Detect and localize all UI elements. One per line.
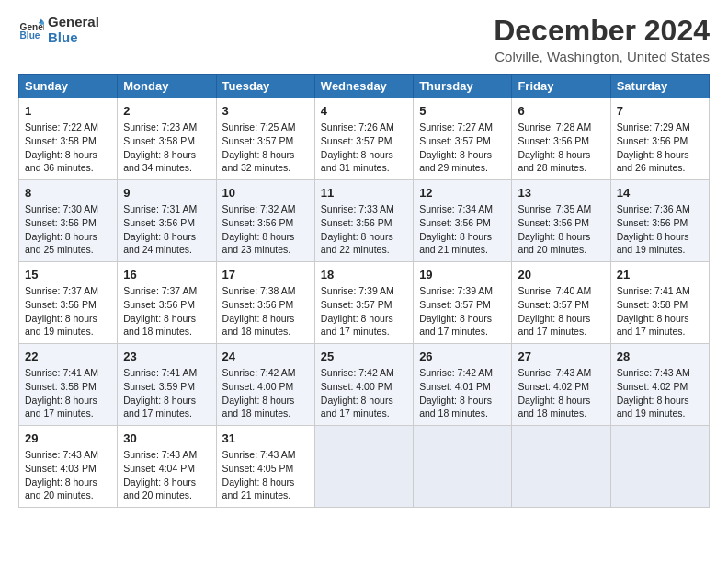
day-number: 26 <box>419 349 506 365</box>
day-cell: 18 Sunrise: 7:39 AM Sunset: 3:57 PM Dayl… <box>314 262 413 344</box>
day-number: 15 <box>25 267 111 283</box>
daylight-label: Daylight: 8 hours and 21 minutes. <box>222 477 295 501</box>
day-cell: 13 Sunrise: 7:35 AM Sunset: 3:56 PM Dayl… <box>512 180 610 262</box>
day-cell: 31 Sunrise: 7:43 AM Sunset: 4:05 PM Dayl… <box>216 425 314 507</box>
day-number: 12 <box>419 185 506 201</box>
col-header-saturday: Saturday <box>610 75 709 98</box>
day-number: 19 <box>419 267 506 283</box>
day-number: 31 <box>222 431 309 447</box>
sunrise-label: Sunrise: 7:43 AM <box>25 449 98 460</box>
day-cell <box>414 425 512 507</box>
daylight-label: Daylight: 8 hours and 17 minutes. <box>617 313 689 338</box>
week-row-5: 29 Sunrise: 7:43 AM Sunset: 4:03 PM Dayl… <box>19 425 710 507</box>
sunset-label: Sunset: 3:56 PM <box>123 299 195 310</box>
day-number: 20 <box>518 267 604 283</box>
sunset-label: Sunset: 3:56 PM <box>617 217 688 228</box>
col-header-sunday: Sunday <box>19 75 118 98</box>
title-block: December 2024 Colville, Washington, Unit… <box>494 15 710 64</box>
sunset-label: Sunset: 3:57 PM <box>419 135 491 146</box>
day-cell: 6 Sunrise: 7:28 AM Sunset: 3:56 PM Dayli… <box>512 98 610 180</box>
day-cell: 15 Sunrise: 7:37 AM Sunset: 3:56 PM Dayl… <box>19 262 118 344</box>
day-cell: 26 Sunrise: 7:42 AM Sunset: 4:01 PM Dayl… <box>414 344 512 426</box>
day-number: 24 <box>222 349 309 365</box>
logo-line2: Blue <box>48 30 99 46</box>
sunset-label: Sunset: 4:02 PM <box>518 381 589 392</box>
daylight-label: Daylight: 8 hours and 31 minutes. <box>321 149 393 174</box>
sunrise-label: Sunrise: 7:43 AM <box>222 449 296 460</box>
day-cell: 1 Sunrise: 7:22 AM Sunset: 3:58 PM Dayli… <box>19 98 118 180</box>
sunset-label: Sunset: 4:05 PM <box>222 463 294 474</box>
day-cell: 7 Sunrise: 7:29 AM Sunset: 3:56 PM Dayli… <box>610 98 709 180</box>
sunset-label: Sunset: 3:56 PM <box>222 217 294 228</box>
sunset-label: Sunset: 3:59 PM <box>123 381 195 392</box>
sunset-label: Sunset: 4:02 PM <box>617 381 688 392</box>
calendar-page: General Blue General Blue December 2024 … <box>0 0 728 563</box>
sunrise-label: Sunrise: 7:41 AM <box>617 285 690 296</box>
daylight-label: Daylight: 8 hours and 17 minutes. <box>123 395 196 419</box>
daylight-label: Daylight: 8 hours and 19 minutes. <box>617 231 689 256</box>
sunset-label: Sunset: 3:58 PM <box>25 381 97 392</box>
sunrise-label: Sunrise: 7:36 AM <box>617 203 690 214</box>
sunrise-label: Sunrise: 7:39 AM <box>419 285 493 296</box>
day-number: 14 <box>617 185 703 201</box>
page-subtitle: Colville, Washington, United States <box>494 49 710 64</box>
sunrise-label: Sunrise: 7:42 AM <box>419 367 493 378</box>
sunset-label: Sunset: 3:56 PM <box>123 217 195 228</box>
day-number: 22 <box>25 349 111 365</box>
sunset-label: Sunset: 3:58 PM <box>617 299 688 310</box>
daylight-label: Daylight: 8 hours and 24 minutes. <box>123 231 196 256</box>
day-number: 7 <box>617 103 703 120</box>
day-cell: 11 Sunrise: 7:33 AM Sunset: 3:56 PM Dayl… <box>314 180 413 262</box>
week-row-2: 8 Sunrise: 7:30 AM Sunset: 3:56 PM Dayli… <box>19 180 710 262</box>
sunrise-label: Sunrise: 7:41 AM <box>25 367 98 378</box>
logo: General Blue General Blue <box>18 15 99 45</box>
sunset-label: Sunset: 3:57 PM <box>321 299 392 310</box>
header-row: SundayMondayTuesdayWednesdayThursdayFrid… <box>19 75 710 98</box>
daylight-label: Daylight: 8 hours and 25 minutes. <box>25 231 97 256</box>
sunrise-label: Sunrise: 7:29 AM <box>617 121 690 132</box>
sunrise-label: Sunrise: 7:43 AM <box>617 367 690 378</box>
daylight-label: Daylight: 8 hours and 20 minutes. <box>518 231 590 256</box>
week-row-1: 1 Sunrise: 7:22 AM Sunset: 3:58 PM Dayli… <box>19 98 710 180</box>
day-number: 6 <box>518 103 604 120</box>
day-number: 10 <box>222 185 309 201</box>
daylight-label: Daylight: 8 hours and 19 minutes. <box>617 395 689 419</box>
col-header-tuesday: Tuesday <box>216 75 314 98</box>
sunset-label: Sunset: 3:56 PM <box>419 217 491 228</box>
daylight-label: Daylight: 8 hours and 20 minutes. <box>123 477 196 501</box>
sunset-label: Sunset: 3:56 PM <box>25 299 97 310</box>
sunset-label: Sunset: 3:58 PM <box>123 135 195 146</box>
day-cell: 19 Sunrise: 7:39 AM Sunset: 3:57 PM Dayl… <box>414 262 512 344</box>
daylight-label: Daylight: 8 hours and 17 minutes. <box>321 313 393 338</box>
day-cell: 29 Sunrise: 7:43 AM Sunset: 4:03 PM Dayl… <box>19 425 118 507</box>
daylight-label: Daylight: 8 hours and 21 minutes. <box>419 231 492 256</box>
day-number: 8 <box>25 185 111 201</box>
daylight-label: Daylight: 8 hours and 17 minutes. <box>518 313 590 338</box>
day-cell: 28 Sunrise: 7:43 AM Sunset: 4:02 PM Dayl… <box>610 344 709 426</box>
sunrise-label: Sunrise: 7:22 AM <box>25 121 98 132</box>
daylight-label: Daylight: 8 hours and 18 minutes. <box>123 313 196 338</box>
daylight-label: Daylight: 8 hours and 20 minutes. <box>25 477 97 501</box>
day-number: 17 <box>222 267 309 283</box>
day-number: 30 <box>123 431 210 447</box>
day-cell: 30 Sunrise: 7:43 AM Sunset: 4:04 PM Dayl… <box>118 425 216 507</box>
sunrise-label: Sunrise: 7:25 AM <box>222 121 296 132</box>
day-number: 21 <box>617 267 703 283</box>
sunrise-label: Sunrise: 7:38 AM <box>222 285 296 296</box>
sunrise-label: Sunrise: 7:26 AM <box>321 121 394 132</box>
daylight-label: Daylight: 8 hours and 19 minutes. <box>25 313 97 338</box>
sunset-label: Sunset: 4:04 PM <box>123 463 195 474</box>
sunset-label: Sunset: 3:57 PM <box>419 299 491 310</box>
day-number: 4 <box>321 103 407 120</box>
sunrise-label: Sunrise: 7:35 AM <box>518 203 591 214</box>
day-number: 9 <box>123 185 210 201</box>
sunrise-label: Sunrise: 7:42 AM <box>222 367 296 378</box>
daylight-label: Daylight: 8 hours and 18 minutes. <box>222 395 295 419</box>
day-number: 2 <box>123 103 210 120</box>
daylight-label: Daylight: 8 hours and 29 minutes. <box>419 149 492 174</box>
sunrise-label: Sunrise: 7:28 AM <box>518 121 591 132</box>
sunset-label: Sunset: 4:00 PM <box>222 381 294 392</box>
day-cell: 3 Sunrise: 7:25 AM Sunset: 3:57 PM Dayli… <box>216 98 314 180</box>
week-row-4: 22 Sunrise: 7:41 AM Sunset: 3:58 PM Dayl… <box>19 344 710 426</box>
day-cell <box>610 425 709 507</box>
